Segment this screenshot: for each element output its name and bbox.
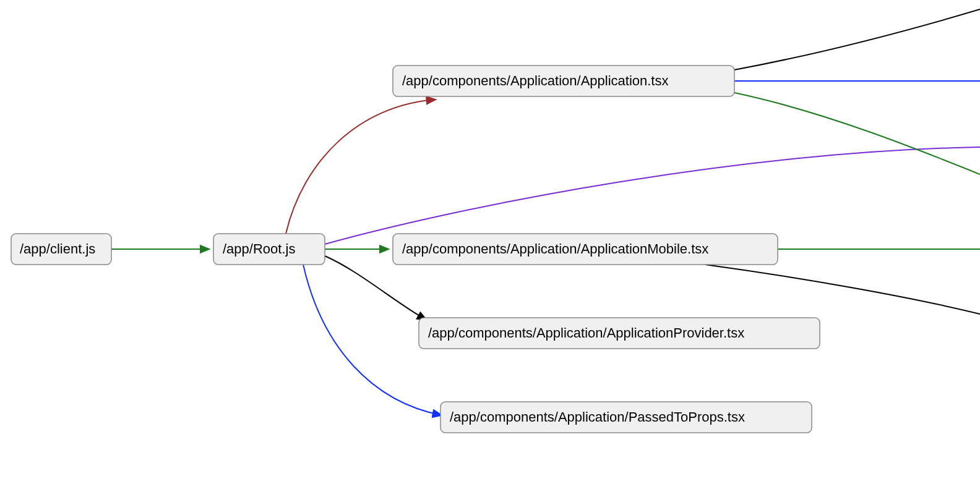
node-application-mobile[interactable]: /app/components/Application/ApplicationM… (393, 234, 778, 265)
node-client[interactable]: /app/client.js (11, 234, 111, 265)
edge-app-to-offscreen-black (734, 9, 980, 70)
node-passed-to-props[interactable]: /app/components/Application/PassedToProp… (441, 402, 812, 433)
node-application-provider-label: /app/components/Application/ApplicationP… (428, 325, 744, 341)
edge-root-to-provider (325, 256, 427, 320)
edge-root-to-application (286, 100, 436, 234)
node-application-provider[interactable]: /app/components/Application/ApplicationP… (419, 318, 820, 349)
node-root[interactable]: /app/Root.js (213, 234, 325, 265)
edge-root-to-offscreen-purple (325, 147, 980, 244)
node-passed-to-props-label: /app/components/Application/PassedToProp… (450, 409, 745, 425)
edge-app-to-offscreen-green (734, 93, 980, 174)
edge-mobile-to-offscreen-black (705, 265, 980, 314)
node-root-label: /app/Root.js (223, 241, 295, 257)
node-application[interactable]: /app/components/Application/Application.… (393, 66, 734, 96)
node-client-label: /app/client.js (20, 241, 95, 257)
node-application-mobile-label: /app/components/Application/ApplicationM… (402, 241, 708, 257)
node-application-label: /app/components/Application/Application.… (402, 73, 668, 88)
dependency-graph: /app/client.js /app/Root.js /app/compone… (0, 0, 980, 497)
